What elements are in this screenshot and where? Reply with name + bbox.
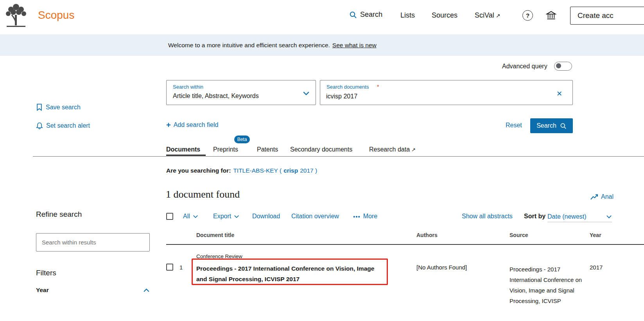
suggestion-query-pre: TITLE-ABS-KEY ( xyxy=(233,167,282,174)
save-search-label: Save search xyxy=(46,104,81,111)
suggestion-query-post: 2017 ) xyxy=(300,167,317,174)
tab-research-data-label: Research data xyxy=(369,146,410,153)
advanced-query-label: Advanced query xyxy=(502,63,547,70)
all-label: All xyxy=(183,213,190,220)
more-label: More xyxy=(363,213,377,220)
search-suggestion: Are you searching for: TITLE-ABS-KEY ( c… xyxy=(166,167,317,174)
search-within-dropdown[interactable]: Search within Article title, Abstract, K… xyxy=(166,80,316,105)
active-tab-underline xyxy=(166,155,206,156)
search-documents-label: Search documents xyxy=(326,84,369,90)
show-all-abstracts-button[interactable]: Show all abstracts xyxy=(462,213,513,220)
tab-preprints[interactable]: Preprints xyxy=(213,146,238,153)
help-icon[interactable] xyxy=(522,10,533,21)
sort-value: Date (newest) xyxy=(547,213,587,220)
beta-badge: Beta xyxy=(234,136,250,143)
search-documents-input[interactable] xyxy=(326,92,545,101)
suggestion-query-bold: crisp xyxy=(283,167,298,174)
nav-search-label: Search xyxy=(360,11,382,19)
column-header-document-title: Document title xyxy=(196,232,234,238)
tab-research-data[interactable]: Research data xyxy=(369,146,416,153)
add-search-field-label: Add search field xyxy=(174,121,219,128)
tab-patents[interactable]: Patents xyxy=(257,146,278,153)
nav-lists[interactable]: Lists xyxy=(400,11,415,20)
export-dropdown[interactable]: Export xyxy=(213,213,239,220)
tab-documents[interactable]: Documents xyxy=(166,146,200,153)
suggestion-query-link[interactable]: TITLE-ABS-KEY ( crisp 2017 ) xyxy=(233,167,317,174)
column-header-source: Source xyxy=(509,232,528,238)
chevron-down-icon xyxy=(193,215,198,218)
add-search-field-action[interactable]: Add search field xyxy=(166,121,218,128)
column-header-authors: Authors xyxy=(416,232,438,238)
year-filter-label: Year xyxy=(36,287,49,294)
filters-title: Filters xyxy=(36,269,56,277)
search-button-label: Search xyxy=(536,122,556,129)
analyze-chart-icon xyxy=(590,194,598,200)
nav-search[interactable]: Search xyxy=(349,11,382,19)
column-header-year: Year xyxy=(590,232,601,238)
tab-secondary-documents[interactable]: Secondary documents xyxy=(290,146,352,153)
search-button-icon xyxy=(560,123,567,129)
advanced-query-toggle[interactable] xyxy=(554,62,572,71)
row-doc-type: Conference Review xyxy=(196,253,242,259)
nav-sources[interactable]: Sources xyxy=(432,11,457,20)
analyze-results-label: Anal xyxy=(601,193,614,200)
year-filter-group[interactable]: Year xyxy=(36,287,150,294)
welcome-banner: Welcome to a more intuitive and efficien… xyxy=(0,34,644,56)
results-count: 1 document found xyxy=(166,189,240,200)
required-asterisk: * xyxy=(377,84,379,90)
scopus-search-results-page: { "colors": { "brand_orange": "#e9711c",… xyxy=(0,0,644,321)
chevron-down-icon xyxy=(303,91,310,96)
select-all-checkbox[interactable] xyxy=(166,213,173,220)
header: Scopus Search Lists Sources SciVal Creat… xyxy=(0,0,644,34)
search-within-results-input[interactable] xyxy=(36,233,150,251)
search-documents-field: Search documents * xyxy=(320,80,573,105)
search-icon xyxy=(349,11,357,19)
refine-search-title: Refine search xyxy=(36,210,82,219)
nav-scival-label: SciVal xyxy=(475,11,494,20)
export-label: Export xyxy=(213,213,231,220)
chevron-up-icon xyxy=(143,288,150,292)
chevron-down-icon xyxy=(606,215,612,219)
search-within-label: Search within xyxy=(173,84,203,90)
table-header-divider xyxy=(166,244,644,245)
search-within-value: Article title, Abstract, Keywords xyxy=(173,93,259,100)
clear-search-icon[interactable] xyxy=(556,89,562,98)
banner-see-what-is-new-link[interactable]: See what is new xyxy=(332,42,377,49)
sort-dropdown[interactable]: Date (newest) xyxy=(547,211,612,222)
row-document-title-link[interactable]: Proceedings - 2017 International Confere… xyxy=(196,263,383,284)
row-authors: [No Authors Found] xyxy=(416,264,467,271)
nav-scival[interactable]: SciVal xyxy=(475,11,500,20)
row-index: 1 xyxy=(179,264,183,271)
sort-by-label: Sort by xyxy=(524,213,545,220)
reset-link[interactable]: Reset xyxy=(506,122,522,129)
analyze-results-link[interactable]: Anal xyxy=(590,193,614,200)
citation-overview-button[interactable]: Citation overview xyxy=(291,213,339,220)
toggle-knob xyxy=(556,63,561,68)
institution-icon xyxy=(546,11,556,20)
elsevier-tree-icon xyxy=(3,3,29,30)
download-button[interactable]: Download xyxy=(252,213,280,220)
chevron-down-icon xyxy=(234,215,239,218)
external-link-icon xyxy=(411,147,416,153)
set-search-alert-label: Set search alert xyxy=(46,122,90,129)
more-dropdown[interactable]: More xyxy=(353,213,377,220)
external-link-icon xyxy=(496,12,500,19)
more-dots-icon xyxy=(353,213,361,220)
select-all-dropdown[interactable]: All xyxy=(183,213,198,220)
set-search-alert-action[interactable]: Set search alert xyxy=(36,122,90,129)
plus-icon xyxy=(166,121,171,128)
banner-text: Welcome to a more intuitive and efficien… xyxy=(168,42,330,49)
institution-button[interactable] xyxy=(546,11,556,22)
save-search-action[interactable]: Save search xyxy=(36,103,81,111)
suggestion-prefix: Are you searching for: xyxy=(166,167,231,174)
row-source[interactable]: Proceedings - 2017 International Confere… xyxy=(509,264,582,306)
search-button[interactable]: Search xyxy=(530,118,573,133)
row-year: 2017 xyxy=(590,264,603,271)
brand-title[interactable]: Scopus xyxy=(38,9,74,21)
bell-icon xyxy=(36,122,43,129)
row-checkbox[interactable] xyxy=(166,264,173,271)
tabs-divider xyxy=(33,156,644,157)
elsevier-logo[interactable] xyxy=(3,3,29,30)
create-account-button[interactable]: Create acc xyxy=(570,7,644,25)
bookmark-icon xyxy=(36,103,43,111)
